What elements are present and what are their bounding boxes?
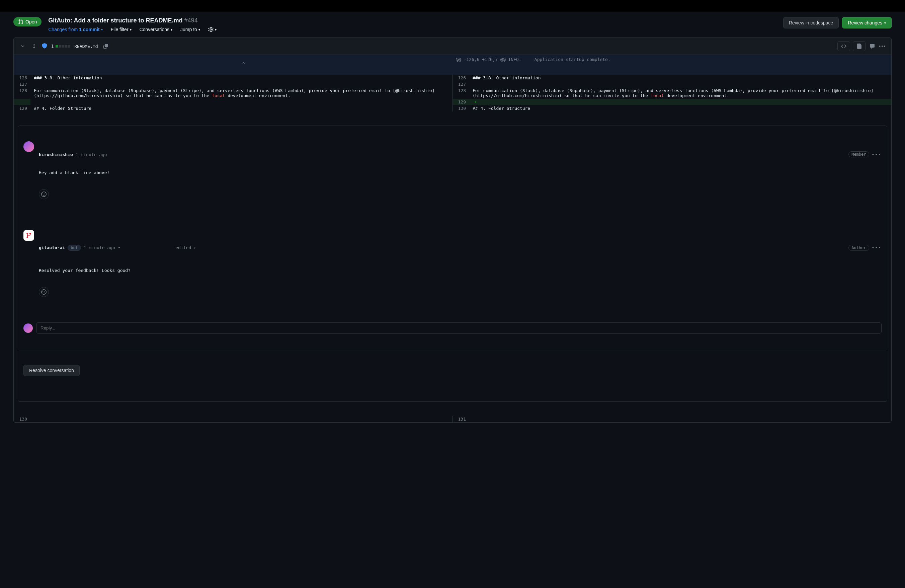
chevron-down-icon: ▾	[215, 28, 216, 32]
git-pull-request-icon	[18, 19, 24, 24]
code-icon	[841, 43, 846, 49]
file-icon	[856, 43, 862, 49]
chevron-down-icon: ▾	[198, 28, 200, 32]
unfold-icon	[32, 44, 37, 49]
smiley-icon	[41, 192, 46, 197]
reply-input[interactable]	[36, 323, 881, 334]
smiley-icon	[41, 289, 46, 295]
diff-stat: 1	[51, 44, 70, 49]
avatar[interactable]	[24, 323, 33, 333]
comment-text: Hey add a blank line above!	[39, 170, 881, 175]
pr-status-badge: Open	[13, 17, 41, 27]
comment-timestamp[interactable]: 1 minute ago	[84, 245, 115, 250]
resolve-conversation-button[interactable]: Resolve conversation	[24, 365, 79, 376]
copy-icon	[103, 44, 108, 49]
comment-icon	[870, 43, 875, 49]
file-menu-button[interactable]: •••	[879, 43, 886, 49]
comment-timestamp[interactable]: 1 minute ago	[76, 152, 107, 157]
reply-box	[24, 323, 881, 334]
member-badge: Member	[848, 151, 869, 157]
comment-thread-row: hiroshinishio 1 minute ago Member ••• He…	[14, 111, 891, 416]
expand-icon[interactable]	[30, 43, 38, 50]
status-text: Open	[25, 19, 37, 24]
gear-icon	[208, 27, 214, 32]
author-badge: Author	[848, 245, 869, 251]
diff-row: 127 127	[14, 81, 891, 87]
chevron-down-icon: ▾	[194, 246, 196, 250]
comment-menu-button[interactable]: •••	[872, 152, 881, 157]
comment-text: Resolved your feedback! Looks good?	[39, 268, 881, 273]
pr-title: GitAuto: Add a folder structure to READM…	[48, 17, 216, 24]
jump-to-dropdown[interactable]: Jump to ▾	[180, 27, 200, 32]
review-comment: gitauto-ai bot 1 minute ago • edited ▾	[18, 225, 887, 312]
collapse-toggle[interactable]	[19, 43, 27, 50]
hunk-header-row: @@ -126,6 +126,7 @@ INFO: Application st…	[14, 55, 891, 75]
rendered-view-button[interactable]	[853, 41, 865, 51]
conversations-dropdown[interactable]: Conversations ▾	[140, 27, 173, 32]
diff-row: 126 ### 3-8. Other information 126 ### 3…	[14, 75, 891, 81]
hunk-header-text: @@ -126,6 +126,7 @@ INFO: Application st…	[452, 55, 891, 75]
avatar[interactable]	[24, 141, 34, 152]
git-branch-icon	[26, 232, 32, 238]
add-reaction-button[interactable]	[39, 287, 49, 297]
changes-from-dropdown[interactable]: Changes from 1 commit ▾	[48, 27, 102, 32]
chevron-down-icon: ▾	[101, 28, 103, 32]
chevron-down-icon: ▾	[884, 21, 886, 25]
diff-row-added: 129 +	[14, 99, 891, 105]
source-view-button[interactable]	[837, 41, 850, 51]
diff-row: 130 131	[14, 416, 891, 422]
comment-author[interactable]: gitauto-ai	[39, 245, 65, 250]
comment-thread: hiroshinishio 1 minute ago Member ••• He…	[18, 126, 887, 402]
edited-indicator[interactable]: edited ▾	[123, 240, 196, 255]
diff-row: 129 ## 4. Folder Structure 130 ## 4. Fol…	[14, 105, 891, 111]
shield-icon	[42, 43, 47, 49]
review-comment: hiroshinishio 1 minute ago Member ••• He…	[18, 136, 887, 215]
comment-menu-button[interactable]: •••	[872, 245, 881, 250]
comment-author[interactable]: hiroshinishio	[39, 152, 73, 157]
comment-toggle-button[interactable]	[868, 42, 876, 50]
review-codespace-button[interactable]: Review in codespace	[783, 17, 839, 29]
diff-table: @@ -126,6 +126,7 @@ INFO: Application st…	[14, 55, 891, 422]
add-reaction-button[interactable]	[39, 189, 49, 199]
diff-settings-dropdown[interactable]: ▾	[208, 27, 216, 32]
chevron-down-icon	[21, 44, 25, 49]
bot-badge: bot	[68, 245, 81, 251]
diff-file: 1 README.md •••	[13, 38, 892, 423]
expand-up-icon	[241, 62, 246, 67]
diff-row: 128 For communication (Slack), database …	[14, 87, 891, 99]
chevron-down-icon: ▾	[130, 28, 132, 32]
avatar[interactable]	[24, 230, 34, 241]
chevron-down-icon: ▾	[171, 28, 172, 32]
file-name[interactable]: README.md	[74, 44, 98, 49]
review-changes-button[interactable]: Review changes ▾	[842, 17, 892, 29]
pr-number: #494	[184, 17, 198, 24]
addition-marker: +	[473, 99, 476, 105]
expand-hunk-button[interactable]	[14, 55, 452, 75]
copy-path-button[interactable]	[102, 43, 110, 50]
file-filter-dropdown[interactable]: File filter ▾	[111, 27, 132, 32]
